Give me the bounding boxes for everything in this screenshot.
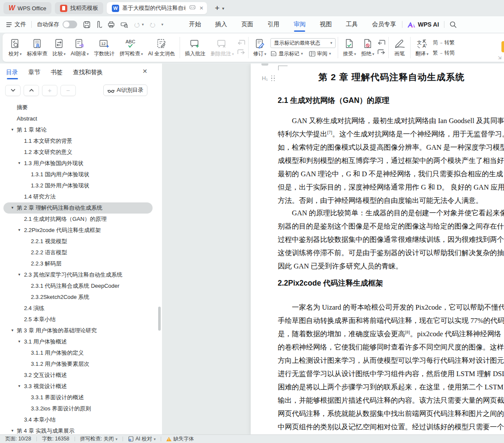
text-line[interactable]: 过程中鉴别器比较数据集中的图像通常很难继续训练，因为很难找到两个 [278,233,504,246]
ink-brush-button[interactable]: 画笔 [391,37,408,58]
text-line[interactable]: 网页代码注释，系统就能从数据集中找出前端网页代码注释和图片之间的 [278,407,504,420]
menu-tab-review[interactable]: 审阅 [293,17,306,32]
menu-tab-home[interactable]: 开始 [188,17,202,32]
toc-item[interactable]: 3.3.1 界面设计的概述 [0,392,162,403]
toc-item[interactable]: 3.1.2 用户体验要素层次 [0,359,162,370]
toc-item[interactable]: 2.4 演练 [0,303,162,314]
missing-font-warning[interactable]: 缺失字体 [166,435,194,443]
reject-revision-button[interactable]: 拒绝▾ [359,37,377,58]
sidebar-scrollbar-thumb[interactable] [158,307,161,331]
toc-item[interactable]: 1.4 研究方法 [0,191,162,202]
menu-tab-view[interactable]: 视图 [319,17,333,32]
proofread-button[interactable]: 校对▾ [6,37,24,58]
text-line[interactable]: 但是，出于实际目的，深度神经网络通常用作 G 和 D。 良好的 GAN 应用 [278,181,504,194]
tab-document[interactable]: W 基于大模型的代码注释自动生 ✕ [107,2,207,14]
toc-item[interactable]: 1.3.1 国内用户体验现状 [0,169,162,180]
tab-list-chevron-icon[interactable]: ▾ [222,6,224,11]
toc-expand-icon[interactable]: ▼ [18,225,21,236]
drag-handle-icon[interactable] [271,75,275,81]
toc-next-heading-button[interactable] [5,85,21,96]
next-comment-icon[interactable] [237,49,245,55]
ai-proofread-status[interactable]: AI 校对▾ [128,435,156,443]
toc-item[interactable]: 3.1.1 用户体验的定义 [0,347,162,359]
next-revision-icon[interactable] [378,49,385,55]
export-pdf-icon[interactable] [96,21,102,28]
translate-button[interactable]: 文A 翻译▾ [413,37,431,58]
toc-item[interactable]: 2.2.1 视觉模型 [0,236,162,247]
document-page[interactable]: H₁ 第 2 章 理解代码注释自动生成系统 2.1 生成对抗网络（GAN）的原理… [251,63,504,434]
toc-item[interactable]: 3.2 交互设计概述 [0,370,162,381]
toc-item[interactable]: ▼第 3 章 用户体验的基础理论研究 [0,325,162,336]
text-line[interactable]: 困难的是将以上两个步骤学习到的联系起来，在这里，使用第二个 LSTM [278,380,504,394]
text-line[interactable]: 中网页组件的类别以及记忆空间相对位置。经过训练好的模型只需要一个 [278,420,504,434]
toc-expand-icon[interactable]: ▼ [11,325,14,336]
ribbon-expand-icon[interactable]: ⇲ [498,55,501,60]
toc-item[interactable]: 3.4 本章小结 [0,414,162,425]
collaboration-icon[interactable] [189,5,195,12]
track-changes-button[interactable]: 修订▾ [251,37,269,58]
toc-expand-icon[interactable]: ▼ [11,202,14,214]
toc-item[interactable]: 3.3.2ios 界面设计的原则 [0,403,162,414]
undo-chevron-icon[interactable]: ▾ [142,22,144,27]
page-gap-toggle[interactable] [261,63,268,66]
toc-expand-icon[interactable]: ▼ [18,336,21,347]
text-line[interactable]: 成模型和判别模型的相互博弈学习，通过框架中的两个模块产生了相当好 [278,154,504,167]
toc-item[interactable]: Abstract [0,113,162,124]
word-count-button[interactable]: 12 字数统计 [91,37,117,58]
toc-item[interactable]: 2.5 本章小结 [0,314,162,325]
toc-expand-icon[interactable]: ▼ [18,269,21,280]
toc-item[interactable]: 2.2.3 解码层 [0,258,162,269]
print-icon[interactable] [108,21,115,28]
save-icon[interactable] [83,21,90,28]
toc-item[interactable]: ▼3.1 用户体验概述 [0,336,162,347]
previous-revision-icon[interactable] [378,40,385,46]
section-heading-2-1[interactable]: 2.1 生成对抗网络（GAN）的原理 [278,95,390,105]
ai-recognize-toc-button[interactable]: AI识别目录 [103,84,147,96]
text-line[interactable]: 如，检索特定的图像模式以及提高图像分辨率。GAN 是一种深度学习模型， [278,141,504,154]
file-menu[interactable]: 文件 [6,21,26,28]
text-line[interactable]: 输出，并能够根据图片描述代码注释的内容。该方法只需要大量的网页截 [278,394,504,407]
text-line[interactable]: GAN 又称生成对抗网络，最初生成对抗网络由 Ian Goodsell 及其同事 [278,114,504,127]
markup-state-dropdown[interactable]: 显示标记的最终状态▾ [270,38,336,48]
toc-expand-icon[interactable]: ▼ [11,124,14,136]
compare-button[interactable]: 比较▾ [50,37,69,58]
tab-template-store[interactable]: 找稻壳模板 [55,2,103,14]
menu-tab-reference[interactable]: 引用 [267,17,280,32]
wps-ai-button[interactable]: WPS AI [408,21,439,28]
close-sidebar-icon[interactable]: ✕ [142,68,147,75]
menu-tab-tools[interactable]: 工具 [345,17,359,32]
menu-tab-member[interactable]: 会员专享 [371,17,397,32]
previous-comment-icon[interactable] [237,40,245,46]
text-line[interactable]: 手绘草图自动转换成界面和将前端代码注释，现在它可以实现 77%的代码 [278,314,504,327]
text-line[interactable]: 因此 GAN 已受到许多研究人员的青睐。 [278,259,504,273]
standard-review-button[interactable]: 标准审查 [24,37,50,58]
toc-item[interactable]: 2.1 生成对抗网络（GAN）的原理 [0,214,162,225]
new-tab-icon[interactable]: + [215,3,219,13]
toc-item[interactable]: ▼1.3 用户体验国内外现状 [0,158,162,169]
toc-item[interactable]: ▼3.3 视觉设计概述 [0,381,162,392]
sidebar-tab-contents[interactable]: 目录 [6,69,18,80]
text-line[interactable]: 一家名为 Uizard 的哥本哈根公司开发的 Pix2code，它可以帮助不懂代 [278,301,504,314]
toc-item[interactable]: ▼2.2Pix2code 代码注释生成框架 [0,225,162,236]
text-line[interactable]: 最初的 GAN 理论中，G 和 D 不是神经网络，我们只需要拟合相应的生成 [278,167,504,181]
paragraph-gan-principle[interactable]: GAN 的原理比较简单：生成器的目的是创建一个对象并使它看起来像 别器的目的是鉴… [278,206,504,273]
toc-item[interactable]: ▼第 1 章 绪论 [0,124,162,136]
undo-icon[interactable]: ⭯ [134,21,140,28]
toc-promote-button[interactable]: + [42,85,57,96]
toc-item[interactable]: ▼第 4 章 实践与成果展示 [0,425,162,434]
quick-access-chevron-icon[interactable]: ▾ [162,22,164,27]
text-line[interactable]: 方向上检测设计图来学习，从而使模型可以学习每行代码注释对设计图元 [278,354,504,367]
toc-item[interactable]: 1.2 本文研究的意义 [0,147,162,158]
show-markup-button[interactable]: 显示标记▾ [270,50,303,57]
sidebar-tab-chapters[interactable]: 章节 [28,69,40,80]
toc-item[interactable]: ▼2.3 其他深度学习代码注释自动生成系统 [0,269,162,280]
section-heading-2-2[interactable]: 2.2Pix2code 代码注释生成框架 [278,278,383,288]
text-line[interactable]: 的卷积神经网络，它使我们能够同时查看许多不同空间尺度的图像。这样 [278,341,504,354]
paragraph-gan-intro[interactable]: GAN 又称生成对抗网络，最初生成对抗网络由 Ian Goodsell 及其同事… [278,114,504,207]
toc-expand-icon[interactable]: ▼ [11,425,14,434]
chapter-heading[interactable]: 第 2 章 理解代码注释自动生成系统 [318,71,465,83]
tab-wps-office[interactable]: W WPS Office [3,2,51,14]
menu-tab-insert[interactable]: 插入 [214,17,228,32]
spell-check-status[interactable]: 拼写检查: 关闭▾ [80,435,117,443]
toc-expand-icon[interactable]: ▼ [18,381,21,392]
